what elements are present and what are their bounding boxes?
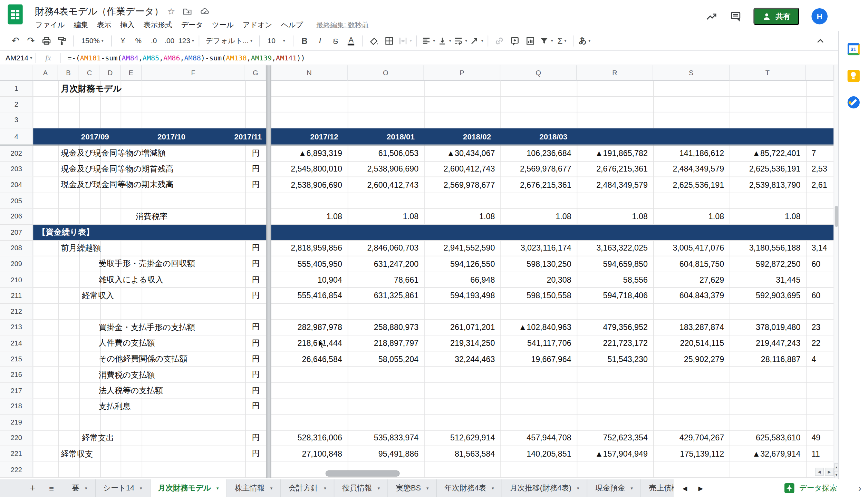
value-cell[interactable] xyxy=(500,97,577,112)
row-number[interactable]: 222 xyxy=(0,462,33,477)
value-cell[interactable] xyxy=(653,193,730,208)
value-cell[interactable]: ▲32,679,914 xyxy=(730,446,806,461)
column-header[interactable]: Q xyxy=(500,65,577,81)
value-cell[interactable]: 2,676,215,361 xyxy=(577,162,653,177)
value-cell[interactable]: 140,205,851 xyxy=(500,446,577,461)
text-color-button[interactable]: A xyxy=(344,33,357,48)
frozen-cells[interactable]: 経常収支円 xyxy=(33,446,266,461)
row-label-cell[interactable]: 雑収入による収入 xyxy=(33,272,163,288)
value-cell[interactable] xyxy=(500,81,577,96)
row-label-cell[interactable]: 月次財務モデル xyxy=(33,81,122,96)
value-cell[interactable] xyxy=(348,304,424,319)
calendar-icon[interactable]: 31 xyxy=(847,43,859,55)
value-cell[interactable]: 631,247,200 xyxy=(348,256,424,272)
clipped-value-cell[interactable]: 49 xyxy=(806,430,833,446)
clipped-value-cell[interactable]: 11 xyxy=(806,446,833,461)
clipped-value-cell[interactable]: 7 xyxy=(806,146,833,161)
row-number[interactable]: 205 xyxy=(0,193,33,208)
value-cell[interactable]: ▲102,840,963 xyxy=(500,320,577,335)
sheet-tab[interactable]: 実態BS▾ xyxy=(388,479,437,497)
value-cell[interactable]: 479,356,952 xyxy=(577,320,653,335)
value-cell[interactable]: 32,244,463 xyxy=(424,351,500,367)
column-header[interactable]: N xyxy=(271,65,348,81)
frozen-cells[interactable]: 経常収入円 xyxy=(33,288,266,303)
row-number[interactable]: 1 xyxy=(0,81,33,96)
value-cell[interactable]: 592,903,695 xyxy=(730,288,806,303)
value-cell[interactable] xyxy=(653,304,730,319)
value-cell[interactable] xyxy=(348,97,424,112)
value-cell[interactable]: 594,718,406 xyxy=(577,288,653,303)
zoom-select[interactable]: 150%▾ xyxy=(78,33,107,48)
star-icon[interactable]: ☆ xyxy=(167,7,175,16)
column-header[interactable]: E xyxy=(121,65,142,81)
value-cell[interactable] xyxy=(348,113,424,128)
unit-cell[interactable]: 円 xyxy=(245,272,266,288)
value-cell[interactable]: 183,287,874 xyxy=(653,320,730,335)
cloud-status-icon[interactable] xyxy=(200,7,210,16)
clipped-value-cell[interactable] xyxy=(806,209,833,224)
text-wrap-icon[interactable]: ▾ xyxy=(453,33,467,48)
value-cell[interactable] xyxy=(730,81,806,96)
unit-cell[interactable]: 円 xyxy=(245,241,266,256)
value-cell[interactable]: 2,846,060,703 xyxy=(348,241,424,256)
date-header-cell[interactable]: 2018/01 xyxy=(344,128,420,145)
value-cell[interactable] xyxy=(424,304,500,319)
frozen-cells[interactable]: 雑収入による収入円 xyxy=(33,272,266,288)
tab-scroll-left-icon[interactable]: ◀ xyxy=(683,485,687,492)
tab-dropdown-icon[interactable]: ▾ xyxy=(492,486,494,490)
date-header-cell[interactable]: 2017/09 xyxy=(38,128,115,145)
text-rotation-icon[interactable]: ▾ xyxy=(470,33,483,48)
unit-cell[interactable]: 円 xyxy=(245,335,266,351)
value-cell[interactable]: 594,126,550 xyxy=(424,256,500,272)
row-number[interactable]: 3 xyxy=(0,113,33,128)
column-header[interactable]: C xyxy=(79,65,100,81)
value-cell[interactable] xyxy=(577,367,653,382)
value-cell[interactable]: 598,150,558 xyxy=(500,288,577,303)
clipped-value-cell[interactable]: 22 xyxy=(806,335,833,351)
value-cell[interactable]: 106,236,684 xyxy=(500,146,577,161)
value-cell[interactable] xyxy=(271,399,348,414)
menu-item[interactable]: ヘルプ xyxy=(277,18,308,31)
date-header-cell[interactable]: 2018/03 xyxy=(496,128,573,145)
strikethrough-button[interactable]: S xyxy=(329,33,342,48)
clipped-value-cell[interactable]: 60 xyxy=(806,256,833,272)
value-cell[interactable]: 604,843,379 xyxy=(653,288,730,303)
unit-cell[interactable]: 円 xyxy=(245,430,266,446)
insert-comment-icon[interactable] xyxy=(508,33,521,48)
number-format-button[interactable]: 123▾ xyxy=(178,33,194,48)
date-header-cell[interactable]: 2017/11 xyxy=(191,128,267,145)
value-cell[interactable]: 1.08 xyxy=(348,209,424,224)
date-header-cell[interactable]: 2017/10 xyxy=(115,128,191,145)
value-cell[interactable]: 594,193,498 xyxy=(424,288,500,303)
value-cell[interactable]: 27,100,848 xyxy=(271,446,348,461)
unit-cell[interactable]: 円 xyxy=(245,383,266,398)
value-cell[interactable] xyxy=(348,383,424,398)
value-cell[interactable]: 429,704,267 xyxy=(653,430,730,446)
value-cell[interactable]: 221,723,172 xyxy=(577,335,653,351)
increase-decimal-button[interactable]: .00 xyxy=(163,33,176,48)
value-cell[interactable] xyxy=(424,81,500,96)
value-cell[interactable] xyxy=(577,113,653,128)
value-cell[interactable] xyxy=(730,97,806,112)
unit-cell[interactable]: 円 xyxy=(245,288,266,303)
italic-button[interactable]: I xyxy=(314,33,327,48)
name-box[interactable]: AM214 ▾ xyxy=(0,54,36,62)
frozen-cells[interactable]: 買掛金・支払手形の支払額円 xyxy=(33,320,266,335)
row-number[interactable]: 4 xyxy=(0,128,33,145)
menu-item[interactable]: ツール xyxy=(208,18,238,31)
value-cell[interactable]: 95,491,886 xyxy=(348,446,424,461)
sheets-logo-icon[interactable] xyxy=(8,4,22,25)
value-cell[interactable] xyxy=(730,415,806,430)
value-cell[interactable] xyxy=(348,415,424,430)
column-header[interactable]: F xyxy=(142,65,245,81)
frozen-cells[interactable] xyxy=(33,113,266,128)
unit-cell[interactable]: 円 xyxy=(245,399,266,414)
sheet-tab[interactable]: 会計方針▾ xyxy=(281,479,335,497)
sheet-tab[interactable]: シート14▾ xyxy=(96,479,151,497)
value-cell[interactable]: 28,116,887 xyxy=(730,351,806,367)
value-cell[interactable]: 2,625,536,191 xyxy=(730,162,806,177)
value-cell[interactable]: 1.08 xyxy=(271,209,348,224)
frozen-cells[interactable]: 経常支出円 xyxy=(33,430,266,446)
frozen-cells[interactable]: 支払利息円 xyxy=(33,399,266,414)
row-label-cell[interactable]: 経常支出 xyxy=(33,430,114,446)
